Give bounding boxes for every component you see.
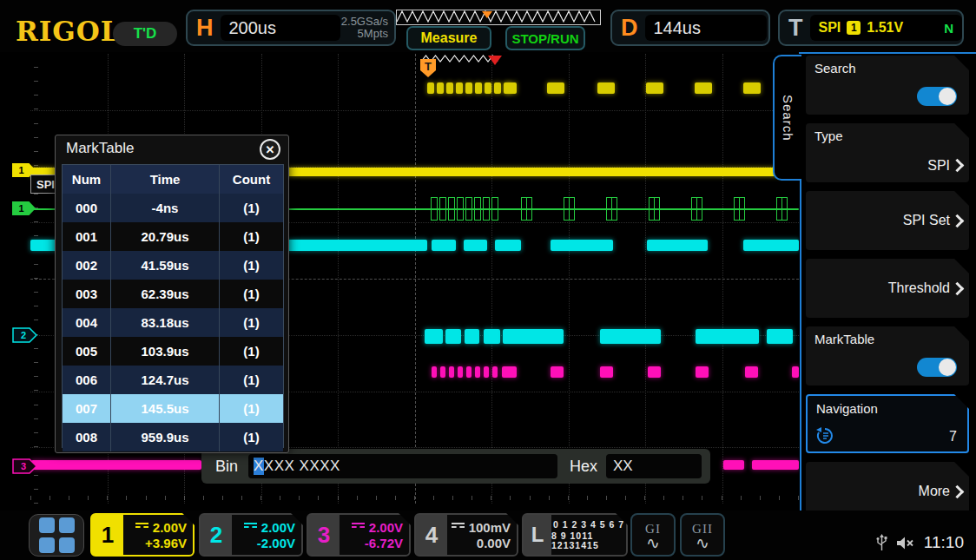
menu-grid-button[interactable]	[29, 514, 84, 557]
table-row[interactable]: 00362.39us(1)	[63, 280, 283, 308]
dc-coupling-icon	[244, 523, 257, 531]
search-toggle-button[interactable]: Search	[806, 56, 969, 115]
column-header: Time	[110, 165, 220, 194]
search-toggle[interactable]	[917, 87, 957, 106]
waveform-segment	[427, 82, 434, 94]
navigation-label: Navigation	[816, 401, 878, 416]
channel2-number: 2	[201, 515, 232, 555]
table-cell: 006	[63, 372, 110, 387]
preview-waveform-icon	[397, 10, 598, 23]
table-row[interactable]: 006124.7us(1)	[63, 366, 283, 394]
search-event-mark	[521, 197, 532, 221]
waveform-segment	[484, 329, 500, 344]
waveform-segment	[506, 82, 517, 94]
trigger-position-marker	[482, 11, 492, 18]
marktable-toggle-button[interactable]: MarkTable	[806, 326, 969, 385]
trigger-box[interactable]: T SPI 1 1.51V N	[778, 10, 964, 46]
marktable-toggle[interactable]	[917, 358, 957, 377]
waveform-segment	[466, 366, 472, 378]
navigation-button[interactable]: Navigation 7	[806, 394, 969, 453]
search-event-mark	[649, 197, 660, 221]
table-cell: 145.5us	[110, 394, 220, 423]
trigger-t-marker[interactable]: T	[420, 59, 436, 77]
waveform-segment	[449, 366, 454, 378]
waveform-segment	[432, 240, 456, 251]
channel3-box[interactable]: 3 2.00V -6.72V	[307, 513, 411, 557]
dc-coupling-icon	[352, 523, 365, 531]
waveform-segment	[494, 82, 501, 94]
more-label: More	[919, 484, 950, 499]
waveform-segment	[743, 82, 761, 94]
delay-box[interactable]: D 144us	[610, 10, 770, 46]
spi-set-button[interactable]: SPI Set	[806, 191, 969, 250]
measure-button[interactable]: Measure	[406, 26, 491, 50]
close-icon[interactable]: ✕	[260, 139, 280, 160]
search-event-mark	[734, 197, 745, 221]
channel2-scale: 2.00V	[261, 520, 295, 535]
bin-value-field[interactable]: XXXX XXXX	[248, 454, 557, 478]
channel3-scale: 2.00V	[369, 520, 403, 535]
rigol-logo: RIGOL	[16, 16, 121, 47]
channel4-number: 4	[416, 515, 447, 555]
threshold-button[interactable]: Threshold	[806, 259, 969, 318]
channel1-box[interactable]: 1 2.00V +3.96V	[90, 513, 195, 557]
decode-result-bar: Bin XXXX XXXX Hex XX	[201, 449, 710, 484]
ch2-position-tag[interactable]: 2	[12, 327, 38, 343]
channel2-box[interactable]: 2 2.00V -2.00V	[199, 513, 303, 557]
waveform-segment	[600, 329, 661, 344]
table-row[interactable]: 008959.9us(1)	[63, 423, 283, 451]
waveform-segment	[485, 82, 491, 94]
trigger-source-badge: 1	[847, 21, 861, 35]
logic-channels-box[interactable]: L 0 1 2 3 4 5 6 7 8 9 1011 12131415	[522, 513, 628, 557]
table-row[interactable]: 000-4ns(1)	[63, 194, 283, 222]
waveform-segment	[440, 366, 445, 378]
waveform-segment	[475, 82, 482, 94]
ch3-position-tag[interactable]: 3	[12, 458, 38, 474]
table-row[interactable]: 00483.18us(1)	[63, 308, 283, 337]
d-label: D	[612, 15, 645, 42]
column-header: Num	[63, 172, 110, 187]
table-row[interactable]: 007145.5us(1)	[63, 394, 283, 423]
waveform-segment	[484, 366, 489, 378]
chevron-right-icon	[951, 159, 965, 173]
waveform-segment	[767, 329, 793, 344]
marktable-title: MarkTable	[66, 140, 134, 157]
generator2-button[interactable]: GII ∿	[680, 513, 725, 557]
table-row[interactable]: 00120.79us(1)	[63, 222, 283, 251]
search-event-mark	[691, 197, 702, 221]
waveform-segment	[445, 329, 461, 344]
waveform-segment	[723, 460, 744, 470]
horizontal-timebase-box[interactable]: H 200us 2.5GSa/s 5Mpts	[186, 10, 396, 46]
generator1-button[interactable]: GI ∿	[630, 513, 676, 557]
speaker-muted-icon[interactable]	[896, 536, 915, 550]
stop-run-button[interactable]: STOP/RUN	[505, 26, 585, 50]
waveform-segment	[745, 366, 758, 378]
type-button[interactable]: Type SPI	[806, 123, 969, 182]
table-cell: 003	[63, 287, 110, 301]
table-cell: 000	[63, 201, 110, 215]
waveform-segment	[475, 366, 480, 378]
waveform-segment	[495, 240, 521, 251]
search-event-mark	[564, 197, 575, 221]
svg-text:2: 2	[21, 330, 26, 340]
table-cell: (1)	[220, 344, 283, 359]
navigation-value: 7	[949, 429, 957, 445]
table-cell: 005	[63, 344, 110, 359]
channel4-box[interactable]: 4 100mV 0.00V	[414, 513, 518, 557]
waveform-segment	[600, 366, 613, 378]
search-menu-tab[interactable]: Search	[773, 55, 801, 181]
table-row[interactable]: 00241.59us(1)	[63, 251, 283, 280]
waveform-segment	[492, 366, 498, 378]
table-cell: 001	[63, 229, 110, 244]
waveform-preview-strip[interactable]	[396, 10, 601, 25]
waveform-segment	[551, 240, 613, 251]
waveform-segment	[465, 329, 479, 344]
hex-value-field[interactable]: XX	[606, 454, 702, 478]
waveform-segment	[502, 366, 517, 378]
table-row[interactable]: 005103.9us(1)	[63, 337, 283, 366]
waveform-segment	[547, 82, 564, 94]
table-cell: (1)	[220, 372, 283, 387]
channel4-scale: 100mV	[469, 520, 511, 535]
bottom-channel-bar: 1 2.00V +3.96V 2 2.00V -2.00V 3 2.00V -6…	[0, 511, 976, 560]
waveform-segment	[696, 329, 759, 344]
